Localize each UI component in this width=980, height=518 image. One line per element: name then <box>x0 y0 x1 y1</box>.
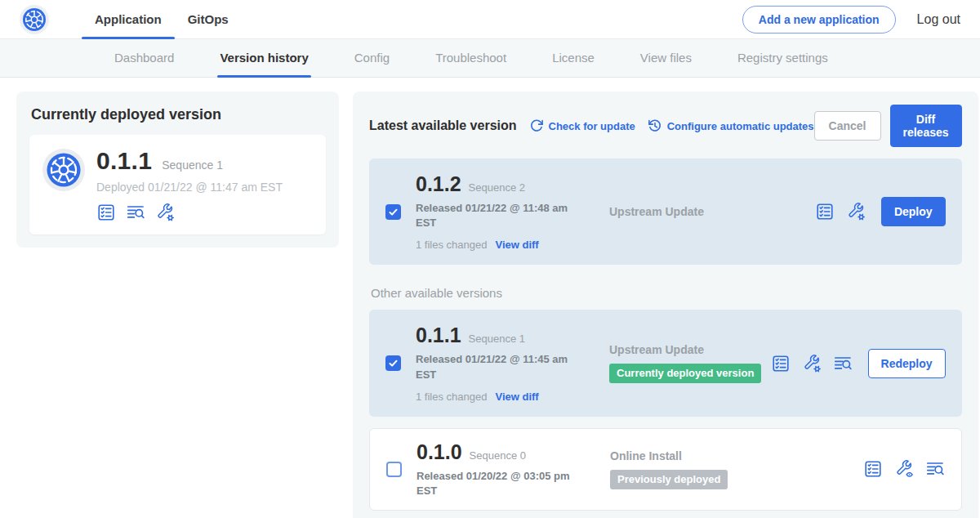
deployed-timestamp: Deployed 01/21/22 @ 11:47 am EST <box>96 181 283 194</box>
wrench-gear-icon[interactable] <box>846 202 866 221</box>
subnav-tab-troubleshoot[interactable]: Troubleshoot <box>435 39 506 78</box>
app-logo <box>20 5 49 34</box>
other-versions-label: Other available versions <box>371 286 962 300</box>
version-actions: Deploy <box>815 197 946 226</box>
diff-releases-button[interactable]: Diff releases <box>890 105 962 147</box>
main-content: Currently deployed version 0.1.1 Sequenc… <box>0 78 980 518</box>
version-row-0.1.2: 0.1.2 Sequence 2 Released 01/21/22 @ 11:… <box>369 159 962 265</box>
version-history-panel: Latest available version Check for updat… <box>353 92 978 518</box>
subnav-tab-dashboard[interactable]: Dashboard <box>114 39 174 78</box>
files-changed-label: 1 files changed <box>416 239 487 251</box>
deployed-version-number: 0.1.1 <box>96 147 152 175</box>
kubernetes-logo-icon <box>46 152 82 188</box>
version-source: Upstream Update <box>585 205 815 218</box>
subnav-tab-registry-settings[interactable]: Registry settings <box>737 39 828 78</box>
version-checkbox[interactable] <box>386 462 402 477</box>
version-actions: Redeploy <box>771 349 946 378</box>
view-diff-link[interactable]: View diff <box>495 239 538 251</box>
checklist-icon[interactable] <box>96 203 116 222</box>
released-timestamp: Released 01/21/22 @ 11:48 am EST <box>416 201 579 230</box>
checklist-icon[interactable] <box>863 459 883 479</box>
tab-application[interactable]: Application <box>82 0 175 39</box>
checklist-icon[interactable] <box>771 354 791 373</box>
currently-deployed-title: Currently deployed version <box>31 106 326 123</box>
cancel-button[interactable]: Cancel <box>814 111 881 141</box>
released-timestamp: Released 01/20/22 @ 03:05 pm EST <box>416 469 580 498</box>
check-for-update-label: Check for update <box>549 120 635 132</box>
logout-button[interactable]: Log out <box>917 12 960 27</box>
files-changed-row: 1 files changedView diff <box>416 239 585 251</box>
clock-refresh-icon <box>648 118 662 133</box>
app-sub-nav: Dashboard Version history Config Trouble… <box>0 39 980 78</box>
version-row-0.1.1: 0.1.1 Sequence 1 Released 01/21/22 @ 11:… <box>369 310 962 416</box>
file-search-icon[interactable] <box>833 354 853 373</box>
file-search-icon[interactable] <box>925 459 945 479</box>
version-row-0.1.0: 0.1.0 Sequence 0 Released 01/20/22 @ 03:… <box>369 428 962 511</box>
files-changed-row: 1 files changedView diff <box>416 391 585 403</box>
deploy-button[interactable]: Deploy <box>881 197 946 226</box>
kubernetes-logo-icon <box>22 7 47 32</box>
add-new-application-button[interactable]: Add a new application <box>742 6 896 33</box>
subnav-tab-view-files[interactable]: View files <box>640 39 692 78</box>
refresh-icon <box>529 118 544 133</box>
source-label: Upstream Update <box>609 205 815 218</box>
latest-version-header: Latest available version Check for updat… <box>369 105 962 147</box>
top-nav-tabs: Application GitOps <box>82 0 242 39</box>
version-info: 0.1.2 Sequence 2 Released 01/21/22 @ 11:… <box>416 172 585 251</box>
wrench-gear-icon[interactable] <box>802 354 822 373</box>
top-nav: Application GitOps Add a new application… <box>0 0 980 39</box>
tab-gitops[interactable]: GitOps <box>175 0 242 39</box>
deployed-column: Currently deployed version 0.1.1 Sequenc… <box>16 92 339 248</box>
source-label: Upstream Update <box>609 343 771 356</box>
wrench-eye-icon[interactable] <box>894 459 914 479</box>
deployed-version-info: 0.1.1 Sequence 1 Deployed 01/21/22 @ 11:… <box>96 147 283 222</box>
currently-deployed-card: Currently deployed version 0.1.1 Sequenc… <box>16 92 339 248</box>
checklist-icon[interactable] <box>815 202 835 221</box>
app-avatar <box>42 149 85 191</box>
configure-auto-updates-label: Configure automatic updates <box>667 120 814 132</box>
subnav-tab-version-history[interactable]: Version history <box>220 39 308 78</box>
currently-deployed-badge: Currently deployed version <box>609 364 761 383</box>
version-number: 0.1.0 <box>416 440 462 464</box>
sequence-label: Sequence 1 <box>469 333 525 345</box>
previously-deployed-badge: Previously deployed <box>610 470 728 489</box>
file-search-icon[interactable] <box>126 203 145 222</box>
configure-auto-updates-link[interactable]: Configure automatic updates <box>648 118 814 133</box>
version-actions <box>863 459 945 479</box>
released-timestamp: Released 01/21/22 @ 11:45 am EST <box>416 352 579 382</box>
version-info: 0.1.1 Sequence 1 Released 01/21/22 @ 11:… <box>416 324 585 402</box>
version-checkbox[interactable] <box>385 204 401 220</box>
version-checkbox[interactable] <box>385 355 401 371</box>
version-number: 0.1.1 <box>416 324 461 347</box>
deployed-actions <box>96 203 283 222</box>
sequence-label: Sequence 2 <box>469 181 525 194</box>
latest-available-title: Latest available version <box>369 118 517 133</box>
subnav-tab-config[interactable]: Config <box>354 39 390 78</box>
deployed-version-card: 0.1.1 Sequence 1 Deployed 01/21/22 @ 11:… <box>29 135 326 234</box>
check-for-update-link[interactable]: Check for update <box>529 118 635 133</box>
redeploy-button[interactable]: Redeploy <box>868 349 946 378</box>
source-label: Online Install <box>610 449 863 462</box>
version-source: Upstream Update Currently deployed versi… <box>585 343 771 383</box>
files-changed-label: 1 files changed <box>416 391 487 403</box>
subnav-tab-license[interactable]: License <box>552 39 595 78</box>
version-source: Online Install Previously deployed <box>586 449 863 489</box>
version-number: 0.1.2 <box>416 172 461 196</box>
version-info: 0.1.0 Sequence 0 Released 01/20/22 @ 03:… <box>416 440 586 498</box>
view-diff-link[interactable]: View diff <box>495 391 538 403</box>
wrench-gear-icon[interactable] <box>155 203 175 222</box>
sequence-label: Sequence 0 <box>470 449 526 462</box>
deployed-sequence-label: Sequence 1 <box>162 159 223 172</box>
